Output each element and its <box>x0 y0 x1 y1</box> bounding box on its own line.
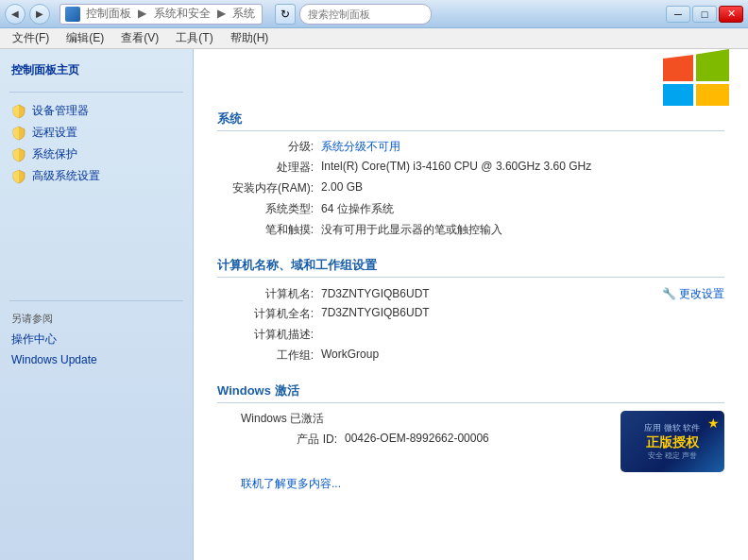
computer-name-row: 计算机名: 7D3ZNTYGIQB6UDT 🔧 更改设置 <box>217 285 724 302</box>
also-see-label: 另请参阅 <box>0 309 193 329</box>
close-button[interactable]: ✕ <box>719 6 743 23</box>
sidebar-label-device-manager: 设备管理器 <box>32 103 89 119</box>
menu-tools[interactable]: 工具(T) <box>168 28 220 48</box>
search-bar[interactable] <box>299 4 432 25</box>
shield-icon-1 <box>11 104 26 119</box>
breadcrumb: 控制面板 ▶ 系统和安全 ▶ 系统 <box>84 6 257 22</box>
computer-section: 计算机名称、域和工作组设置 计算机名: 7D3ZNTYGIQB6UDT 🔧 更改… <box>194 252 748 378</box>
type-value: 64 位操作系统 <box>321 201 724 217</box>
sidebar-label-windows-update: Windows Update <box>11 353 97 366</box>
refresh-button[interactable]: ↻ <box>275 4 296 25</box>
badge-main: 正版授权 <box>646 434 699 450</box>
activation-info: Windows 已激活 产品 ID: 00426-OEM-8992662-000… <box>241 411 620 452</box>
folder-icon <box>65 7 80 22</box>
sidebar-item-windows-update[interactable]: Windows Update <box>0 350 193 369</box>
back-icon: ◀ <box>11 8 19 19</box>
title-bar: ◀ ▶ 控制面板 ▶ 系统和安全 ▶ 系统 ↻ ─ □ ✕ <box>0 0 748 28</box>
pen-label: 笔和触摸: <box>217 222 321 238</box>
menu-edit[interactable]: 编辑(E) <box>59 28 111 48</box>
sidebar-home-link[interactable]: 控制面板主页 <box>0 59 193 84</box>
sidebar-label-advanced: 高级系统设置 <box>32 168 100 184</box>
ram-label: 安装内存(RAM): <box>217 180 321 196</box>
sidebar-divider-1 <box>9 92 183 93</box>
shield-icon-3 <box>11 147 26 162</box>
system-section: 系统 分级: 系统分级不可用 处理器: Intel(R) Core(TM) i3… <box>194 106 748 252</box>
forward-button[interactable]: ▶ <box>29 4 50 25</box>
cpu-value: Intel(R) Core(TM) i3-4160 CPU @ 3.60GHz … <box>321 160 724 173</box>
shield-icon-2 <box>11 126 26 141</box>
logo-area <box>194 49 748 106</box>
rating-label: 分级: <box>217 139 321 155</box>
sidebar-label-system-protection: 系统保护 <box>32 146 77 162</box>
workgroup-value: WorkGroup <box>321 348 724 361</box>
star-icon: ★ <box>707 416 720 431</box>
computer-fullname-row: 计算机全名: 7D3ZNTYGIQB6UDT <box>217 306 724 323</box>
rating-row: 分级: 系统分级不可用 <box>217 139 724 156</box>
sidebar-item-device-manager[interactable]: 设备管理器 <box>0 100 193 122</box>
activation-section: Windows 激活 Windows 已激活 产品 ID: 00426-OEM-… <box>194 378 748 501</box>
type-row: 系统类型: 64 位操作系统 <box>217 201 724 218</box>
minimize-button[interactable]: ─ <box>666 6 690 23</box>
badge-title: 应用 微软 软件 <box>644 422 700 434</box>
back-button[interactable]: ◀ <box>5 4 26 25</box>
change-settings-link[interactable]: 🔧 更改设置 <box>662 286 724 302</box>
maximize-button[interactable]: □ <box>692 6 717 23</box>
menu-file[interactable]: 文件(F) <box>5 28 57 48</box>
computer-desc-label: 计算机描述: <box>217 327 321 343</box>
product-id-value: 00426-OEM-8992662-00006 <box>345 432 620 445</box>
rating-value[interactable]: 系统分级不可用 <box>321 139 724 155</box>
activation-section-header: Windows 激活 <box>217 382 724 403</box>
computer-desc-row: 计算机描述: <box>217 327 724 344</box>
refresh-icon: ↻ <box>280 8 290 21</box>
more-info-link[interactable]: 联机了解更多内容... <box>241 477 341 490</box>
sidebar-item-remote[interactable]: 远程设置 <box>0 122 193 144</box>
ram-row: 安装内存(RAM): 2.00 GB <box>217 180 724 197</box>
activation-status-row: Windows 已激活 <box>241 411 620 428</box>
product-id-label: 产品 ID: <box>241 432 345 448</box>
computer-name-label: 计算机名: <box>217 286 321 302</box>
menu-help[interactable]: 帮助(H) <box>223 28 277 48</box>
type-label: 系统类型: <box>217 201 321 217</box>
ram-value: 2.00 GB <box>321 180 724 194</box>
menu-bar: 文件(F) 编辑(E) 查看(V) 工具(T) 帮助(H) <box>0 28 748 49</box>
main-layout: 控制面板主页 设备管理器 远程设置 系统保护 高级系统设置 <box>0 49 748 560</box>
cpu-row: 处理器: Intel(R) Core(TM) i3-4160 CPU @ 3.6… <box>217 160 724 177</box>
product-id-row: 产品 ID: 00426-OEM-8992662-00006 <box>241 432 620 449</box>
window-controls: ─ □ ✕ <box>666 6 743 23</box>
computer-name-value: 7D3ZNTYGIQB6UDT <box>321 287 634 300</box>
cpu-label: 处理器: <box>217 160 321 176</box>
sidebar-divider-2 <box>9 300 183 301</box>
menu-view[interactable]: 查看(V) <box>113 28 166 48</box>
activation-row: Windows 已激活 产品 ID: 00426-OEM-8992662-000… <box>217 411 724 472</box>
sidebar-label-action-center: 操作中心 <box>11 331 57 348</box>
activation-status: Windows 已激活 <box>241 411 620 427</box>
address-bar[interactable]: 控制面板 ▶ 系统和安全 ▶ 系统 <box>60 4 263 25</box>
workgroup-row: 工作组: WorkGroup <box>217 348 724 365</box>
sidebar-label-remote: 远程设置 <box>32 125 77 141</box>
system-section-header: 系统 <box>217 110 724 131</box>
computer-section-header: 计算机名称、域和工作组设置 <box>217 257 724 278</box>
sidebar-item-system-protection[interactable]: 系统保护 <box>0 144 193 165</box>
pen-row: 笔和触摸: 没有可用于此显示器的笔或触控输入 <box>217 222 724 239</box>
sidebar: 控制面板主页 设备管理器 远程设置 系统保护 高级系统设置 <box>0 49 194 560</box>
badge-sub: 安全 稳定 声誉 <box>648 450 697 461</box>
content-area: 系统 分级: 系统分级不可用 处理器: Intel(R) Core(TM) i3… <box>194 49 748 560</box>
windows-logo <box>663 49 729 106</box>
workgroup-label: 工作组: <box>217 348 321 364</box>
forward-icon: ▶ <box>36 8 43 19</box>
sidebar-item-action-center[interactable]: 操作中心 <box>0 329 193 350</box>
sidebar-item-advanced[interactable]: 高级系统设置 <box>0 165 193 187</box>
nav-controls: ◀ ▶ 控制面板 ▶ 系统和安全 ▶ 系统 ↻ <box>5 4 432 25</box>
computer-fullname-value: 7D3ZNTYGIQB6UDT <box>321 306 724 319</box>
computer-fullname-label: 计算机全名: <box>217 306 321 322</box>
search-input[interactable] <box>308 8 423 20</box>
shield-icon-4 <box>11 169 26 184</box>
pen-value: 没有可用于此显示器的笔或触控输入 <box>321 222 724 238</box>
activation-badge: ★ 应用 微软 软件 正版授权 安全 稳定 声誉 <box>620 411 724 472</box>
